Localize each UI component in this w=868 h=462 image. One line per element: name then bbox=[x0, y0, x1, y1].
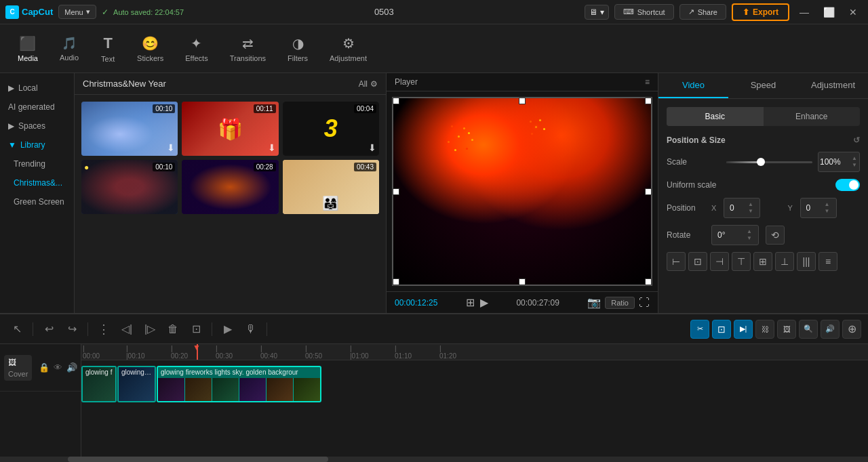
sidebar-item-ai[interactable]: AI generated bbox=[0, 98, 74, 117]
align-center-h[interactable]: ⊡ bbox=[688, 252, 707, 271]
position-x-input[interactable]: 0 ▲ ▼ bbox=[724, 198, 760, 218]
lock-icon[interactable]: 🔒 bbox=[39, 362, 50, 373]
cursor-tool[interactable]: ↖ bbox=[7, 319, 27, 339]
clip-connect-3[interactable]: ▶| bbox=[734, 320, 753, 339]
media-thumb-4[interactable]: ● 00:10 bbox=[81, 160, 178, 214]
handle-top-left[interactable] bbox=[393, 98, 399, 104]
scale-down[interactable]: ▼ bbox=[851, 162, 858, 169]
split-left[interactable]: ◁| bbox=[117, 319, 137, 339]
tool-transitions[interactable]: ⇄ Transitions bbox=[220, 30, 275, 68]
scale-input[interactable]: 100% ▲ ▼ bbox=[818, 152, 860, 172]
media-thumb-2[interactable]: 🎁 00:11 ⬇ bbox=[182, 102, 278, 156]
sidebar-item-christmas[interactable]: Christmas&... bbox=[0, 173, 74, 192]
tool-media[interactable]: ⬛ Media bbox=[8, 30, 47, 68]
handle-left[interactable] bbox=[393, 188, 399, 195]
position-y-input[interactable]: 0 ▲ ▼ bbox=[800, 198, 837, 218]
media-thumb-3[interactable]: 3 00:04 ⬇ bbox=[283, 102, 379, 156]
sidebar-item-trending[interactable]: Trending bbox=[0, 154, 74, 173]
tab-video[interactable]: Video bbox=[658, 73, 728, 98]
tab-speed[interactable]: Speed bbox=[728, 73, 798, 98]
playhead[interactable] bbox=[197, 344, 198, 360]
handle-bottom-right[interactable] bbox=[645, 278, 652, 285]
media-thumb-1[interactable]: 00:10 ⬇ bbox=[81, 102, 178, 156]
handle-bottom-left[interactable] bbox=[393, 278, 399, 285]
shortcut-button[interactable]: ⌨ Shortcut bbox=[614, 4, 674, 20]
maximize-button[interactable]: ⬜ bbox=[819, 3, 838, 22]
media-thumb-6[interactable]: 👨‍👩‍👧 00:43 bbox=[283, 160, 379, 214]
player-menu-icon[interactable]: ≡ bbox=[645, 77, 650, 87]
more-button[interactable]: ⊡ bbox=[186, 319, 206, 339]
x-up[interactable]: ▲ bbox=[747, 201, 754, 208]
rotate-input[interactable]: 0° ▲ ▼ bbox=[711, 225, 759, 245]
clip-2[interactable]: glowing firew bbox=[117, 366, 156, 402]
align-right[interactable]: ⊣ bbox=[710, 252, 729, 271]
align-left[interactable]: ⊢ bbox=[667, 252, 686, 271]
handle-top[interactable] bbox=[519, 98, 526, 104]
zoom-out[interactable]: 🔍 bbox=[799, 320, 818, 339]
scale-up[interactable]: ▲ bbox=[851, 155, 858, 162]
tl-ruler[interactable]: 00:00 |00:10 00:20 00:30 00:40 00:50 |01… bbox=[81, 344, 868, 360]
audio-fx[interactable]: 🎙 bbox=[241, 319, 261, 339]
minimize-button[interactable]: — bbox=[795, 3, 814, 22]
clip-link[interactable]: ⛓ bbox=[755, 320, 774, 339]
align-top[interactable]: ⊤ bbox=[732, 252, 751, 271]
tl-scrollbar-thumb[interactable] bbox=[68, 457, 328, 462]
grid-view-button[interactable]: ⊞ bbox=[466, 296, 475, 309]
redo-button[interactable]: ↪ bbox=[62, 319, 82, 339]
screenshot-button[interactable]: 📷 bbox=[587, 296, 601, 309]
fullscreen-button[interactable]: ⛶ bbox=[639, 297, 650, 309]
monitor-button[interactable]: 🖥 ▾ bbox=[585, 5, 609, 20]
sidebar-item-library[interactable]: ▼ Library bbox=[0, 135, 74, 154]
volume[interactable]: 🔊 bbox=[821, 320, 840, 339]
tool-stickers[interactable]: 😊 Stickers bbox=[127, 30, 173, 68]
add-track[interactable]: ⊕ bbox=[842, 320, 861, 339]
tool-audio[interactable]: 🎵 Audio bbox=[50, 30, 88, 67]
clip-connect-1[interactable]: ✂ bbox=[690, 320, 709, 339]
subtab-enhance[interactable]: Enhance bbox=[764, 107, 861, 126]
rotate-up[interactable]: ▲ bbox=[746, 228, 753, 235]
reset-icon[interactable]: ↺ bbox=[853, 135, 860, 145]
handle-bottom[interactable] bbox=[519, 278, 526, 285]
sidebar-item-greenscreen[interactable]: Green Screen bbox=[0, 192, 74, 211]
handle-top-right[interactable] bbox=[645, 98, 652, 104]
cover-button[interactable]: 🖼 Cover bbox=[4, 355, 32, 381]
align-bottom[interactable]: ⊥ bbox=[775, 252, 794, 271]
rotate-flip[interactable]: ⟲ bbox=[766, 226, 785, 245]
tool-effects[interactable]: ✦ Effects bbox=[176, 30, 217, 68]
x-down[interactable]: ▼ bbox=[747, 208, 754, 215]
uniform-scale-toggle[interactable] bbox=[835, 179, 860, 191]
filter-button[interactable]: All ⚙ bbox=[359, 79, 378, 89]
delete-button[interactable]: 🗑 bbox=[163, 319, 183, 339]
close-button[interactable]: ✕ bbox=[844, 3, 863, 22]
subtab-basic[interactable]: Basic bbox=[667, 107, 764, 126]
tl-scrollbar[interactable] bbox=[0, 457, 868, 462]
export-button[interactable]: ⬆ Export bbox=[732, 3, 789, 21]
scale-slider[interactable] bbox=[726, 161, 812, 163]
tool-text[interactable]: T Text bbox=[91, 29, 125, 68]
media-thumb-5[interactable]: 00:28 bbox=[182, 160, 278, 214]
clip-3[interactable]: glowing fireworks lights sky. golden bac… bbox=[157, 366, 321, 402]
tool-filters[interactable]: ◑ Filters bbox=[278, 30, 317, 68]
y-down[interactable]: ▼ bbox=[824, 208, 831, 215]
distribute-v[interactable]: ≡ bbox=[818, 252, 837, 271]
split-right[interactable]: |▷ bbox=[140, 319, 160, 339]
split-at-playhead[interactable]: ⋮ bbox=[94, 319, 114, 339]
tool-adjustment[interactable]: ⚙ Adjustment bbox=[320, 30, 376, 68]
clip-connect-2[interactable]: ⊡ bbox=[712, 320, 731, 339]
handle-right[interactable] bbox=[645, 188, 652, 195]
menu-button[interactable]: Menu ▾ bbox=[58, 5, 96, 19]
timeline-play[interactable]: ▶ bbox=[218, 319, 238, 339]
undo-button[interactable]: ↩ bbox=[39, 319, 59, 339]
rotate-down[interactable]: ▼ bbox=[746, 235, 753, 242]
clip-photo[interactable]: 🖼 bbox=[777, 320, 796, 339]
tab-adjustment[interactable]: Adjustment bbox=[798, 73, 868, 98]
sidebar-item-local[interactable]: ▶ Local bbox=[0, 79, 74, 98]
sidebar-item-spaces[interactable]: ▶ Spaces bbox=[0, 117, 74, 135]
y-up[interactable]: ▲ bbox=[824, 201, 831, 208]
ratio-button[interactable]: Ratio bbox=[605, 297, 635, 309]
distribute-h[interactable]: ||| bbox=[797, 252, 816, 271]
mute-icon[interactable]: 🔊 bbox=[66, 362, 77, 373]
play-button[interactable]: ▶ bbox=[480, 296, 488, 309]
align-center-v[interactable]: ⊞ bbox=[753, 252, 772, 271]
clip-1[interactable]: glowing f bbox=[81, 366, 117, 402]
